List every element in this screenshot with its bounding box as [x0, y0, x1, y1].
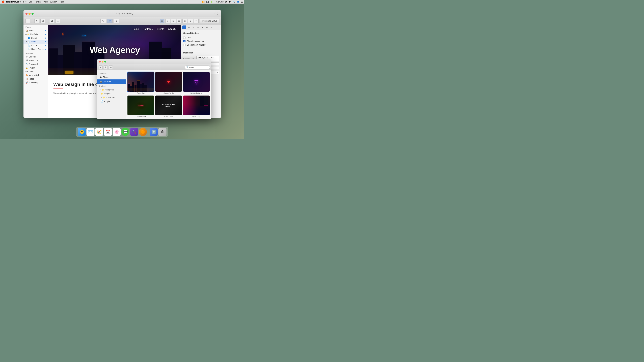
photo-item-sandro-katalina[interactable]: Sandro Katalina [183, 72, 210, 94]
publish-settings-button[interactable]: ⚙ [188, 18, 193, 23]
split-view-button[interactable]: ⊟ [171, 18, 176, 23]
preview-button[interactable]: ▭ [55, 18, 60, 23]
share-icon[interactable]: ⬆ [214, 12, 216, 15]
responsive-button[interactable]: ↩ [194, 18, 198, 23]
addons-panel-button[interactable]: □ [165, 18, 170, 23]
nav-about[interactable]: About [168, 28, 176, 30]
nav-portfolio[interactable]: Portfolio [143, 28, 153, 30]
open-new-window-checkbox[interactable] [183, 44, 186, 46]
scripts-folder[interactable]: 📄 scripts [97, 99, 126, 103]
settings-mode-button[interactable]: ⚙ [114, 18, 119, 23]
publishing-icon: 🚀 [26, 81, 28, 84]
dock-rapidweaver[interactable]: 🔨 [130, 128, 138, 136]
sidebar-item-notes[interactable]: 📋 Notes [24, 77, 48, 81]
dock-calendar[interactable]: 📅 [104, 128, 112, 136]
photo-item-steve-roe[interactable]: Steve Roe [128, 72, 154, 94]
sidebar-item-privacy[interactable]: 🔒 Privacy [24, 66, 48, 70]
media-search-box[interactable]: 🔍 ✕ [185, 65, 210, 69]
nav-clients[interactable]: Clients [157, 28, 164, 30]
media-minimize-button[interactable] [102, 61, 104, 62]
search-icon[interactable]: 🔍 [232, 1, 235, 3]
pages-panel-button[interactable]: □ [160, 18, 164, 23]
photos-source[interactable]: 🏔 Photos [97, 75, 126, 79]
media-preview-button[interactable]: 👁 [109, 65, 113, 69]
zoom-button[interactable] [32, 13, 34, 15]
nav-home[interactable]: Home [132, 28, 139, 30]
downloads-folder[interactable]: ▶ 📁 downloads [97, 95, 126, 99]
dock-trash[interactable]: 🗑 [158, 128, 166, 136]
clip-tab[interactable]: ✂ [196, 25, 200, 29]
dock-photos[interactable]: 🌸 [113, 128, 121, 136]
edit-mode-button[interactable]: ✎ [100, 18, 106, 23]
master-style-icon: 🎨 [26, 74, 28, 76]
media-close-button[interactable] [99, 61, 101, 62]
menu-file[interactable]: File [23, 1, 26, 3]
menu-view[interactable]: View [44, 1, 48, 3]
menu-edit[interactable]: Edit [29, 1, 32, 3]
pages-tab[interactable]: □ [182, 25, 186, 29]
dock-messages[interactable]: 💬 [122, 128, 130, 136]
unsplash-source[interactable]: 📷 Unsplash [97, 79, 126, 84]
sidebar-item-how-to-find-us[interactable]: 📄 How to Find Us [24, 47, 48, 51]
media-zoom-button[interactable] [104, 61, 106, 62]
scripts-folder-icon: 📄 [100, 100, 103, 103]
minimize-button[interactable] [28, 13, 30, 15]
apple-menu[interactable]: 🍎 [1, 0, 4, 3]
images-folder[interactable]: 📁 images [97, 92, 126, 95]
photo-thumb-fabian-moller [128, 95, 154, 115]
dock-squash[interactable]: 🟠 [139, 128, 147, 136]
portfolio-label: Portfolio [30, 33, 38, 35]
media-button[interactable]: 🖼 [49, 18, 54, 23]
user-icon[interactable]: 👤 [237, 1, 239, 3]
menu-format[interactable]: Format [35, 1, 41, 3]
publishing-setup-button[interactable]: Publishing Setup [200, 19, 219, 23]
gear-tab[interactable]: ◉ [200, 25, 204, 29]
sidebar-item-advanced[interactable]: 🔧 Advanced [24, 62, 48, 66]
resources-folder[interactable]: ▼ 📁 resources [97, 88, 126, 92]
show-in-nav-checkbox[interactable]: ✓ [183, 40, 186, 42]
preview-mode-button[interactable]: 👁 [107, 18, 112, 23]
sidebar-item-clients[interactable]: 👥 Clients [24, 36, 48, 40]
sidebar-item-home[interactable]: 🏠 Home [24, 29, 48, 32]
dock-mail[interactable]: ✉️ [86, 128, 94, 136]
menu-window[interactable]: Window [50, 1, 57, 3]
app-name[interactable]: RapidWeaver 8 [6, 1, 21, 3]
sidebar-item-about[interactable]: ▼ 📄 About [24, 40, 48, 43]
add-page-button[interactable]: + [26, 18, 30, 23]
sidebar-item-portfolio[interactable]: ▶ 📁 Portfolio [24, 32, 48, 36]
share-tab[interactable]: ⚙ [205, 25, 209, 29]
sidebar-item-publishing[interactable]: 🚀 Publishing [24, 81, 48, 84]
grid-view-button[interactable]: ⊞ [40, 18, 45, 23]
toolbar: + ≡ ⊞ 🖼 ▭ ✎ 👁 ⚙ □ □ ⊟ ⊞ ◉ ⚙ ↩ Publishing… [24, 17, 221, 25]
fullscreen-icon[interactable]: ⛶ [217, 12, 219, 15]
close-button[interactable] [26, 13, 28, 15]
photo-item-fabian-moller[interactable]: Fabian Møller [128, 95, 154, 118]
page-list-view-button[interactable]: ≡ [34, 18, 39, 23]
media-refresh-button[interactable]: ↻ [104, 65, 108, 69]
inspect-tab[interactable]: ⊟ [191, 25, 196, 29]
menu-help[interactable]: Help [60, 1, 64, 3]
wifi-icon: 📶 [202, 1, 204, 3]
sidebar-item-web-icons[interactable]: 🖼 Web Icons [24, 59, 48, 62]
draft-checkbox[interactable] [183, 36, 186, 39]
notes-icon: 📋 [26, 78, 28, 80]
dock-safari[interactable]: 🧭 [95, 128, 103, 136]
open-new-window-field: Open in new window [181, 43, 221, 47]
photo-item-ryan-tang[interactable]: Ryan Tang [183, 95, 210, 118]
arrow-tab[interactable]: ↩ [210, 25, 214, 29]
media-add-button[interactable]: + [98, 65, 103, 69]
dock-finder[interactable]: 😊 [78, 128, 86, 136]
media-search-input[interactable] [189, 66, 211, 68]
settings-panel-button[interactable]: ⊞ [177, 18, 182, 23]
sidebar-item-master-style[interactable]: 🎨 Master Style [24, 73, 48, 77]
assets-tab[interactable]: ⊞ [187, 25, 191, 29]
sidebar-item-code[interactable]: </> Code [24, 70, 48, 73]
dock-migration[interactable]: ⬆️ [150, 128, 158, 136]
sidebar-item-general[interactable]: ⚙ General [24, 55, 48, 59]
photo-item-connor-wells[interactable]: Connor Wells [155, 72, 182, 94]
notification-icon[interactable]: ☰ [241, 1, 243, 3]
inspector-button[interactable]: ◉ [182, 18, 187, 23]
right-panel-top-tabs: □ ⊞ ⊟ ✂ ◉ ⚙ ↩ [181, 25, 221, 30]
photo-item-clark-tibbs[interactable]: Clark Tibbs [155, 95, 182, 118]
sidebar-item-contact[interactable]: 📄 Contact [24, 43, 48, 47]
